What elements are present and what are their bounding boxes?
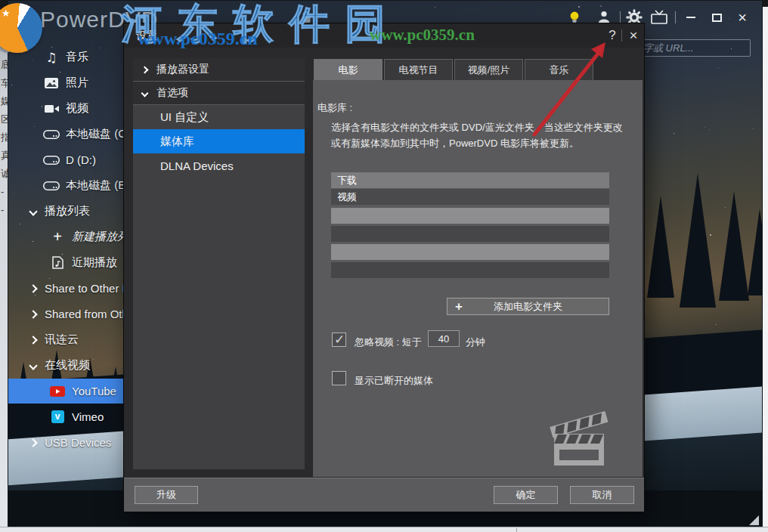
plus-icon: + xyxy=(48,228,67,246)
folder-list-item[interactable] xyxy=(331,244,609,260)
sidebar-item-usb-devices[interactable]: USB Devices xyxy=(8,430,131,455)
chevron-down-icon xyxy=(23,209,43,215)
disk-drive-icon xyxy=(42,181,61,190)
maximize-button[interactable] xyxy=(707,8,726,26)
media-library-content: 电影库 : 选择含有电影文件的文件夹或 DVD/蓝光文件夹。当这些文件夹更改或有… xyxy=(313,80,643,477)
chevron-right-icon xyxy=(23,440,43,446)
background-page-dark-block xyxy=(0,0,8,44)
dialog-close-button[interactable]: × xyxy=(624,27,643,44)
dialog-titlebar[interactable]: 设置 ? × xyxy=(124,23,644,48)
background-page-left-strip: 底 车 媒 区 指 真 诚 - - xyxy=(0,0,8,532)
sidebar-item-disk-d[interactable]: D (D:) xyxy=(8,147,131,172)
folder-list-item[interactable]: 视频 xyxy=(331,189,609,205)
settings-dialog: 设置 ? × 播放器设置 首选项 UI 自定义 媒体库 DLNA Devices xyxy=(124,23,644,512)
music-note-icon: ♫ xyxy=(42,50,61,65)
nav-item-player-settings[interactable]: 播放器设置 xyxy=(133,58,305,82)
close-button[interactable]: × xyxy=(732,8,752,26)
folder-list-item[interactable] xyxy=(331,208,609,224)
settings-nav-panel: 播放器设置 首选项 UI 自定义 媒体库 DLNA Devices xyxy=(133,58,305,469)
tab-videos-photos[interactable]: 视频/照片 xyxy=(454,59,523,81)
ignore-videos-checkbox[interactable] xyxy=(332,332,346,347)
upgrade-button[interactable]: 升级 xyxy=(135,486,198,504)
powerdvd-window: PowerDVD × ♫ 音乐 照片 视频 本地磁盘 (C: D (D:) xyxy=(8,0,763,527)
sidebar-item-shared-from-other[interactable]: Shared from Oth xyxy=(8,302,131,326)
ignore-videos-label: 忽略视频 : 短于 xyxy=(355,336,422,349)
sidebar-item-cyberlink-cloud[interactable]: 讯连云 xyxy=(8,327,131,352)
background-page-right-strip xyxy=(763,0,768,532)
disk-drive-icon xyxy=(42,156,61,165)
minutes-input[interactable] xyxy=(428,330,460,347)
sidebar-item-disk-e[interactable]: 本地磁盘 (E: xyxy=(8,173,131,198)
sidebar-item-disk-c[interactable]: 本地磁盘 (C: xyxy=(8,122,131,147)
sidebar-item-photos[interactable]: 照片 xyxy=(8,70,131,95)
sidebar-item-playlists[interactable]: 播放列表 xyxy=(8,199,131,224)
minimize-button[interactable] xyxy=(681,8,701,26)
nav-item-dlna-devices[interactable]: DLNA Devices xyxy=(133,153,305,178)
show-disconnected-label: 显示已断开的媒体 xyxy=(355,374,433,388)
chevron-right-icon xyxy=(141,66,149,73)
dialog-footer: 升级 确定 取消 xyxy=(124,478,644,512)
chevron-right-icon xyxy=(23,286,43,292)
dialog-titlebar-separator xyxy=(621,29,622,42)
clapperboard-icon xyxy=(547,404,615,472)
dialog-title: 设置 xyxy=(136,29,157,43)
video-camera-icon xyxy=(42,104,61,113)
sidebar-item-online-video[interactable]: 在线视频 xyxy=(8,353,131,378)
show-disconnected-checkbox[interactable] xyxy=(332,371,346,385)
movie-library-description: 选择含有电影文件的文件夹或 DVD/蓝光文件夹。当这些文件夹更改或有新媒体添加到… xyxy=(331,119,629,151)
folder-list-item[interactable] xyxy=(331,262,609,278)
ok-button[interactable]: 确定 xyxy=(494,486,558,504)
youtube-icon xyxy=(48,386,67,397)
folder-list-item[interactable]: 下载 xyxy=(331,172,609,188)
sidebar-item-videos[interactable]: 视频 xyxy=(8,96,131,121)
disk-drive-icon xyxy=(42,130,61,139)
minutes-unit-label: 分钟 xyxy=(466,336,485,349)
nav-item-preferences[interactable]: 首选项 xyxy=(133,82,305,105)
folder-list-item[interactable] xyxy=(331,226,609,242)
sidebar-item-music[interactable]: ♫ 音乐 xyxy=(8,45,131,70)
nav-item-ui-customization[interactable]: UI 自定义 xyxy=(133,105,305,129)
dialog-help-button[interactable]: ? xyxy=(603,27,621,44)
sidebar-item-new-playlist[interactable]: + 新建播放列表 xyxy=(8,224,131,249)
tab-music[interactable]: 音乐 xyxy=(525,59,593,81)
toolbar-separator xyxy=(675,11,676,23)
nav-item-media-library[interactable]: 媒体库 xyxy=(133,129,305,153)
photo-icon xyxy=(42,78,61,88)
chevron-right-icon xyxy=(23,311,43,317)
plus-icon: + xyxy=(455,299,463,314)
cancel-button[interactable]: 取消 xyxy=(570,486,634,504)
movie-library-label: 电影库 : xyxy=(317,101,352,115)
background-page-text-fragment: 底 车 媒 区 指 真 诚 - - xyxy=(1,56,8,219)
chevron-down-icon xyxy=(141,89,149,97)
tv-mode-icon[interactable] xyxy=(649,8,669,26)
toolbar-separator xyxy=(620,11,621,23)
recent-played-icon xyxy=(48,256,67,269)
sidebar-item-youtube[interactable]: YouTube xyxy=(8,379,131,404)
chevron-right-icon xyxy=(23,337,43,343)
sidebar-item-share-to-other[interactable]: Share to Other D xyxy=(8,276,131,301)
resize-grip-icon[interactable] xyxy=(749,515,759,525)
vimeo-icon: v xyxy=(48,410,67,423)
add-movie-folder-button[interactable]: + 添加电影文件夹 xyxy=(447,298,609,315)
sidebar-item-vimeo[interactable]: v Vimeo xyxy=(8,404,131,429)
chevron-down-icon xyxy=(23,363,43,369)
tab-movies[interactable]: 电影 xyxy=(314,59,382,81)
background-page-bottom-strip xyxy=(0,527,768,532)
tab-tv-shows[interactable]: 电视节目 xyxy=(384,59,453,81)
sidebar-item-recently-played[interactable]: 近期播放 xyxy=(8,250,131,275)
